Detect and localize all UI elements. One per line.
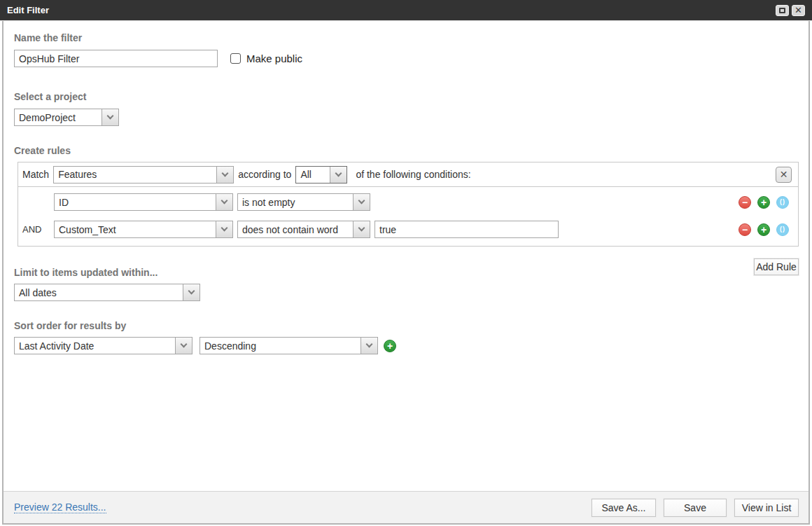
plus-icon: + xyxy=(387,341,393,351)
rule-field-select[interactable]: Custom_Text xyxy=(54,221,233,238)
add-sort-button[interactable]: + xyxy=(384,340,396,352)
preview-results-link[interactable]: Preview 22 Results... xyxy=(14,501,106,513)
make-public-label: Make public xyxy=(246,53,302,64)
project-select[interactable]: DemoProject xyxy=(14,109,119,126)
rule-row-2: AND Custom_Text does not contain word xyxy=(22,221,792,238)
rule-operator-select[interactable]: is not empty xyxy=(237,193,370,211)
chevron-down-icon xyxy=(330,167,346,183)
restore-window-button[interactable] xyxy=(776,5,789,16)
window-controls: ✕ xyxy=(776,5,805,16)
rule-field-select[interactable]: ID xyxy=(54,193,233,211)
rule-field-value: ID xyxy=(55,194,216,210)
rule-row-actions: − + () xyxy=(738,196,792,209)
add-rule-button[interactable]: + xyxy=(757,196,770,209)
match-label: Match xyxy=(22,169,49,180)
date-limit-select[interactable]: All dates xyxy=(14,284,200,301)
chevron-down-icon xyxy=(175,338,192,354)
remove-rule-button[interactable]: − xyxy=(738,196,751,209)
edit-filter-dialog: Edit Filter ✕ Name the filter Make publi… xyxy=(0,0,812,526)
chevron-down-icon xyxy=(353,194,370,210)
date-limit-value: All dates xyxy=(15,284,183,300)
rule-row-actions: − + () xyxy=(738,223,792,236)
view-in-list-button[interactable]: View in List xyxy=(734,499,799,517)
chevron-down-icon xyxy=(353,221,370,237)
sort-field-select[interactable]: Last Activity Date xyxy=(14,337,192,354)
rule-value-input[interactable] xyxy=(374,221,559,238)
rule-row-1: ID is not empty − + xyxy=(22,193,792,211)
rule-operator-value: is not empty xyxy=(238,194,353,210)
close-window-button[interactable]: ✕ xyxy=(792,5,805,16)
chevron-down-icon xyxy=(216,194,232,210)
minus-icon: − xyxy=(742,225,748,235)
rule-operator-select[interactable]: does not contain word xyxy=(237,221,370,238)
remove-rule-group-button[interactable]: ✕ xyxy=(776,167,792,183)
plus-icon: + xyxy=(761,198,766,207)
conditions-suffix-label: of the following conditions: xyxy=(356,169,470,180)
chevron-down-icon xyxy=(183,284,200,300)
sort-direction-select[interactable]: Descending xyxy=(200,337,378,354)
filter-name-input[interactable] xyxy=(14,50,218,67)
rule-operator-value: does not contain word xyxy=(238,221,353,237)
add-rule-footer-button[interactable]: Add Rule xyxy=(754,258,799,275)
project-select-value: DemoProject xyxy=(15,109,102,125)
match-type-value: Features xyxy=(54,167,216,183)
parentheses-group-icon: () xyxy=(780,226,785,233)
parentheses-group-icon: () xyxy=(780,199,785,205)
group-rule-button[interactable]: () xyxy=(776,196,789,209)
plus-icon: + xyxy=(761,225,766,235)
minus-icon: − xyxy=(742,198,748,207)
chevron-down-icon xyxy=(102,109,118,125)
sort-field-value: Last Activity Date xyxy=(15,338,175,354)
add-rule-button[interactable]: + xyxy=(757,223,770,236)
rules-header-row: Match Features according to All of the f… xyxy=(18,162,798,187)
chevron-down-icon xyxy=(216,167,233,183)
save-as-button[interactable]: Save As... xyxy=(592,499,656,517)
remove-rule-button[interactable]: − xyxy=(738,223,751,236)
according-to-select[interactable]: All xyxy=(295,166,347,184)
according-to-value: All xyxy=(296,167,330,183)
limit-label: Limit to items updated within... xyxy=(14,267,158,278)
dialog-footer: Preview 22 Results... Save As... Save Vi… xyxy=(4,491,808,523)
save-button[interactable]: Save xyxy=(664,499,727,517)
rule-field-value: Custom_Text xyxy=(55,221,216,237)
according-to-label: according to xyxy=(238,169,291,180)
close-icon: ✕ xyxy=(794,6,802,15)
dialog-frame: Name the filter Make public Select a pro… xyxy=(2,21,810,525)
titlebar: Edit Filter ✕ xyxy=(0,0,812,21)
restore-window-icon xyxy=(779,8,785,13)
make-public-checkbox[interactable] xyxy=(230,53,241,64)
dialog-title: Edit Filter xyxy=(7,5,49,15)
close-icon: ✕ xyxy=(780,169,788,180)
sort-label: Sort order for results by xyxy=(14,320,126,331)
rules-body: ID is not empty − + xyxy=(18,187,798,246)
chevron-down-icon xyxy=(216,221,232,237)
group-rule-button[interactable]: () xyxy=(776,223,789,236)
match-type-select[interactable]: Features xyxy=(53,166,234,184)
rules-container: Match Features according to All of the f… xyxy=(18,162,799,247)
rule-conjunction: AND xyxy=(22,224,50,235)
chevron-down-icon xyxy=(360,338,377,354)
footer-buttons: Save As... Save View in List xyxy=(592,499,799,517)
name-filter-label: Name the filter xyxy=(14,32,82,43)
dialog-content: Name the filter Make public Select a pro… xyxy=(4,21,808,491)
create-rules-label: Create rules xyxy=(14,145,71,156)
select-project-label: Select a project xyxy=(14,91,87,102)
sort-direction-value: Descending xyxy=(200,338,360,354)
